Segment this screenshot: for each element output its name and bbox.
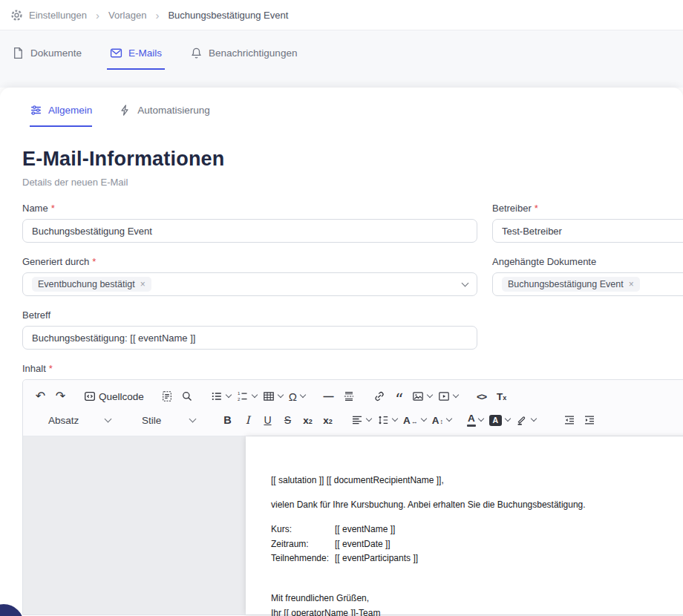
font-size-button[interactable]: A↕	[429, 409, 454, 431]
chevron-down-icon	[531, 416, 537, 422]
tab-emails[interactable]: E-Mails	[107, 47, 165, 70]
insert-image-button[interactable]	[409, 385, 435, 407]
chevron-down-icon	[478, 416, 484, 422]
subtab-label: Allgemein	[48, 105, 92, 116]
automation-icon	[119, 104, 131, 117]
redo-button[interactable]: ↷	[50, 385, 71, 407]
tab-label: Dokumente	[30, 47, 82, 59]
outdent-icon	[563, 414, 575, 426]
subtab-allgemein[interactable]: Allgemein	[30, 104, 92, 127]
media-embed-button[interactable]	[435, 385, 461, 407]
special-character-button[interactable]: Ω	[286, 385, 308, 407]
closing-block: Mit freundlichen Grüßen, Ihr [[ operator…	[271, 591, 683, 616]
detail-row: Kurs: [[ eventName ]]	[271, 522, 683, 537]
chevron-down-icon	[421, 416, 427, 422]
chevron-down-icon	[446, 416, 452, 422]
chevron-right-icon: ›	[96, 10, 99, 21]
page-break-button[interactable]	[339, 385, 359, 407]
numbered-list-button[interactable]: 12	[234, 385, 260, 407]
line-height-icon	[377, 414, 389, 426]
generiert-durch-select[interactable]: Eventbuchung bestätigt ×	[22, 272, 477, 296]
insert-table-button[interactable]	[260, 385, 286, 407]
content-template-button[interactable]	[157, 385, 177, 407]
numbered-list-icon: 12	[237, 390, 249, 402]
tab-benachrichtigungen[interactable]: Benachrichtigungen	[187, 47, 300, 70]
required-marker: *	[92, 256, 96, 268]
subscript-button[interactable]: x2	[298, 409, 318, 431]
font-color-button[interactable]: A	[465, 409, 486, 431]
tab-label: Benachrichtigungen	[209, 47, 297, 59]
document-icon	[12, 47, 24, 59]
svg-text:1: 1	[238, 391, 241, 396]
email-template-card: Allgemein Automatisierung E-Mail-Informa…	[0, 88, 683, 616]
strikethrough-button[interactable]: S	[278, 409, 298, 431]
chevron-down-icon	[226, 392, 232, 398]
bold-button[interactable]: B	[218, 409, 238, 431]
subscript-icon: x2	[303, 415, 313, 426]
media-embed-icon	[438, 390, 450, 402]
text-align-button[interactable]	[348, 409, 374, 431]
template-type-tabs: Dokumente E-Mails Benachrichtigungen	[0, 30, 683, 88]
email-form: Name * Betreiber * Generiert durch *	[22, 203, 683, 615]
breadcrumb-item-vorlagen[interactable]: Vorlagen	[108, 10, 146, 21]
italic-button[interactable]: I	[238, 409, 258, 431]
undo-button[interactable]: ↶	[30, 385, 50, 407]
remove-tag-icon[interactable]: ×	[629, 280, 634, 289]
styles-dropdown[interactable]: Stile	[136, 409, 201, 431]
underline-button[interactable]: U	[258, 409, 278, 431]
chevron-down-icon	[462, 280, 469, 287]
page-break-icon	[343, 390, 355, 402]
letter-spacing-button[interactable]: A↔	[400, 409, 429, 431]
envelope-icon	[110, 47, 122, 59]
chevron-down-icon	[278, 392, 284, 398]
link-button[interactable]	[369, 385, 389, 407]
remove-tag-icon[interactable]: ×	[140, 280, 146, 289]
indent-button[interactable]	[580, 409, 600, 431]
breadcrumb-item-einstellungen[interactable]: Einstellungen	[29, 10, 87, 21]
inline-code-button[interactable]: <>	[471, 385, 491, 407]
field-name: Name *	[22, 203, 477, 243]
editor-toolbar: ↶ ↷ Quellcode	[23, 380, 683, 436]
betreiber-input[interactable]	[492, 219, 683, 243]
editor-page[interactable]: [[ salutation ]] [[ documentRecipientNam…	[246, 436, 683, 615]
highlight-button[interactable]	[513, 409, 539, 431]
betreff-label: Betreff	[22, 309, 50, 321]
font-color-icon: A	[468, 413, 475, 427]
background-color-button[interactable]: A	[486, 409, 513, 431]
angehaengte-dokumente-select[interactable]: Buchungsbestätigung Event ×	[492, 272, 683, 296]
subtab-automatisierung[interactable]: Automatisierung	[119, 104, 210, 127]
tab-dokumente[interactable]: Dokumente	[9, 47, 85, 70]
background-color-icon: A	[489, 415, 502, 426]
find-replace-button[interactable]	[177, 385, 197, 407]
blockquote-button[interactable]: “	[389, 385, 409, 407]
code-icon: <>	[477, 391, 486, 402]
superscript-button[interactable]: x2	[318, 409, 338, 431]
generiert-durch-label: Generiert durch	[22, 256, 89, 268]
settings-gear-icon	[10, 9, 23, 22]
remove-format-icon: Tx	[497, 391, 506, 402]
source-code-button[interactable]: Quellcode	[81, 385, 147, 407]
betreff-input[interactable]	[22, 326, 477, 350]
outdent-button[interactable]	[560, 409, 580, 431]
required-marker: *	[49, 363, 53, 375]
horizontal-line-button[interactable]: —	[318, 385, 339, 407]
inhalt-label: Inhalt	[22, 363, 46, 375]
intro-line: vielen Dank für Ihre Kursbuchung. Anbei …	[271, 498, 683, 512]
bulleted-list-button[interactable]	[208, 385, 234, 407]
svg-text:2: 2	[238, 397, 241, 402]
breadcrumb-item-current: Buchungsbestätigung Event	[168, 10, 288, 21]
detail-row: Zeitraum: [[ eventDate ]]	[271, 537, 683, 552]
styles-label: Stile	[142, 415, 161, 426]
blockquote-icon: “	[395, 397, 403, 403]
breadcrumb: Einstellungen › Vorlagen › Buchungsbestä…	[0, 0, 683, 30]
name-label: Name	[22, 203, 48, 214]
name-input[interactable]	[22, 219, 477, 243]
remove-format-button[interactable]: Tx	[491, 385, 512, 407]
line-height-button[interactable]	[374, 409, 400, 431]
field-inhalt: Inhalt * ↶ ↷ Qu	[22, 363, 683, 615]
indent-icon	[584, 414, 595, 426]
paragraph-format-dropdown[interactable]: Absatz	[42, 409, 117, 431]
source-code-icon	[84, 390, 96, 402]
image-icon	[412, 390, 424, 402]
page-subtitle: Details der neuen E-Mail	[22, 177, 683, 188]
